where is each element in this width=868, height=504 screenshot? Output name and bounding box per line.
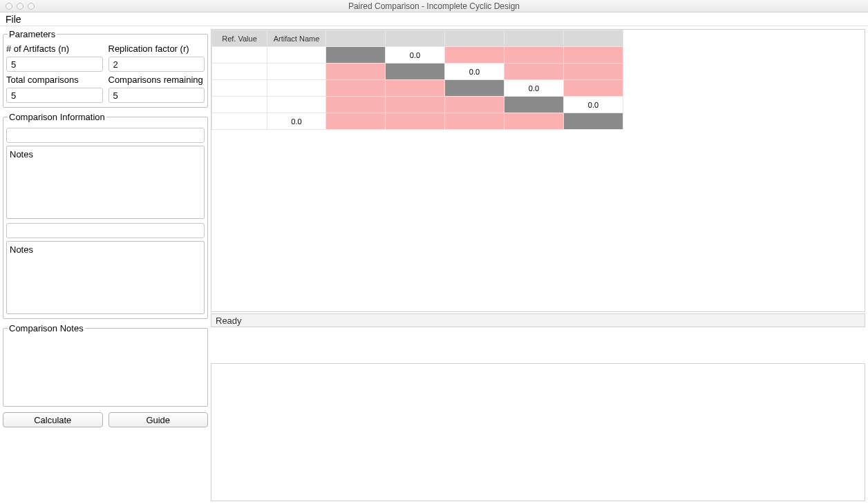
table-row[interactable]: 0.0 [212,64,623,80]
cell-comparison[interactable] [386,64,445,80]
comparisons-remaining-input[interactable] [108,88,205,103]
cell-comparison[interactable] [445,80,504,97]
cell-artifact-name[interactable]: 0.0 [267,113,326,130]
cell-comparison[interactable] [564,47,623,64]
comparison-info-input[interactable] [6,128,205,143]
menubar: File [0,12,868,26]
notes-box-1: Notes [6,146,205,219]
comparison-notes-textarea[interactable] [6,338,205,400]
calculate-button[interactable]: Calculate [3,412,103,427]
cell-comparison[interactable]: 0.0 [386,47,445,64]
left-panel: Parameters # of Artifacts (n) Replicatio… [0,26,211,504]
notes2-label: Notes [10,244,201,255]
table-row[interactable]: 0.0 [212,80,623,97]
total-comparisons-input[interactable] [6,88,103,103]
cell-comparison[interactable] [326,97,386,113]
cell-artifact-name[interactable] [267,47,326,64]
table-row[interactable]: 0.0 [212,47,623,64]
titlebar: Paired Comparison - Incomplete Cyclic De… [0,0,868,12]
comparison-notes-group: Comparison Notes [3,323,208,407]
cell-ref-value[interactable] [212,47,267,64]
header-blank-2 [386,30,445,47]
replication-label: Replication factor (r) [108,43,205,54]
notes-box-2: Notes [6,241,205,314]
lower-output-area [211,363,865,501]
comparison-table[interactable]: Ref. Value Artifact Name 0.00.00.00.00.0 [211,30,623,130]
cell-comparison[interactable] [386,113,445,130]
status-bar: Ready [211,313,865,327]
cell-comparison[interactable]: 0.0 [445,64,504,80]
notes1-label: Notes [10,149,201,159]
menu-file[interactable]: File [6,14,21,25]
header-artifact-name: Artifact Name [267,30,326,47]
header-blank-1 [326,30,386,47]
notes1-textarea[interactable] [10,159,201,213]
notes2-textarea[interactable] [10,255,201,309]
comparison-info-legend: Comparison Information [8,112,106,122]
comparison-notes-legend: Comparison Notes [8,323,85,333]
cell-comparison[interactable] [326,113,386,130]
window-title: Paired Comparison - Incomplete Cyclic De… [0,1,868,11]
cell-comparison[interactable] [386,97,445,113]
cell-comparison[interactable] [445,113,504,130]
cell-comparison[interactable] [326,80,386,97]
comparison-info-group: Comparison Information Notes Notes [3,112,208,319]
cell-comparison[interactable] [564,113,623,130]
artifacts-input[interactable] [6,57,103,72]
cell-comparison[interactable] [386,80,445,97]
guide-button[interactable]: Guide [108,412,209,427]
cell-comparison[interactable] [445,97,504,113]
header-ref-value: Ref. Value [212,30,267,47]
comparisons-remaining-label: Comparisons remaining [108,75,205,85]
comparison-mid-input[interactable] [6,223,205,238]
comparison-table-area[interactable]: Ref. Value Artifact Name 0.00.00.00.00.0 [211,29,865,312]
cell-comparison[interactable] [504,97,564,113]
cell-comparison[interactable]: 0.0 [564,97,623,113]
cell-comparison[interactable] [504,47,564,64]
button-row: Calculate Guide [3,412,208,427]
cell-comparison[interactable]: 0.0 [504,80,564,97]
table-row[interactable]: 0.0 [212,113,623,130]
cell-comparison[interactable] [504,64,564,80]
right-panel: Ref. Value Artifact Name 0.00.00.00.00.0… [211,26,868,504]
parameters-legend: Parameters [8,29,57,39]
cell-comparison[interactable] [504,113,564,130]
total-comparisons-label: Total comparisons [6,75,103,85]
cell-comparison[interactable] [564,64,623,80]
replication-input[interactable] [108,57,205,72]
table-row[interactable]: 0.0 [212,97,623,113]
parameters-group: Parameters # of Artifacts (n) Replicatio… [3,29,208,108]
header-blank-5 [564,30,623,47]
cell-ref-value[interactable] [212,97,267,113]
cell-ref-value[interactable] [212,64,267,80]
cell-ref-value[interactable] [212,80,267,97]
cell-comparison[interactable] [326,47,386,64]
artifacts-label: # of Artifacts (n) [6,43,103,54]
cell-artifact-name[interactable] [267,64,326,80]
cell-comparison[interactable] [326,64,386,80]
header-blank-4 [504,30,564,47]
cell-artifact-name[interactable] [267,80,326,97]
header-blank-3 [445,30,504,47]
cell-ref-value[interactable] [212,113,267,130]
cell-comparison[interactable] [445,47,504,64]
cell-artifact-name[interactable] [267,97,326,113]
cell-comparison[interactable] [564,80,623,97]
